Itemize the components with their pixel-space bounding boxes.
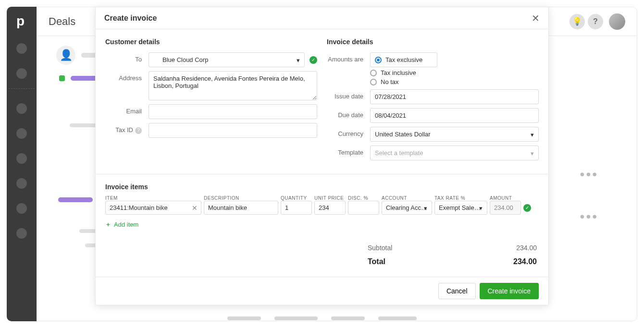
email-input[interactable] [149, 104, 317, 119]
sidebar-nav-item[interactable] [16, 178, 27, 189]
chevron-down-icon: ▾ [531, 131, 534, 138]
clear-item-icon[interactable]: ✕ [192, 204, 198, 212]
bulb-icon[interactable]: 💡 [570, 14, 585, 29]
due-date-input[interactable] [370, 108, 539, 123]
amounts-are-label: Amounts are [327, 52, 370, 63]
account-select[interactable]: Clearing Acc…▾ [382, 201, 432, 215]
cancel-button[interactable]: Cancel [438, 283, 476, 299]
invoice-items-title: Invoice items [105, 183, 539, 191]
bottom-nav-skeleton [227, 316, 417, 320]
address-label: Address [105, 71, 149, 82]
template-select[interactable]: Select a template ▾ [370, 146, 539, 160]
total-label: Total [368, 257, 385, 266]
customer-section-title: Customer details [105, 38, 317, 46]
email-label: Email [105, 104, 149, 115]
issue-date-label: Issue date [327, 89, 370, 100]
currency-select[interactable]: United States Dollar ▾ [370, 127, 539, 142]
create-invoice-modal: Create invoice ✕ Customer details To 🏢 B… [95, 7, 549, 305]
check-icon: ✓ [310, 56, 317, 64]
add-item-button[interactable]: ＋ Add item [105, 220, 138, 229]
status-dot [59, 75, 65, 81]
th-amount: AMOUNT [490, 195, 521, 201]
invoice-section-title: Invoice details [327, 38, 539, 46]
taxid-input[interactable] [149, 123, 317, 138]
th-account: ACCOUNT [382, 195, 432, 201]
sidebar-nav-item[interactable] [16, 68, 27, 79]
th-tax-rate: TAX RATE % [434, 195, 487, 201]
sidebar-nav-item[interactable] [16, 43, 27, 54]
th-disc: DISC. % [348, 195, 379, 201]
divider [9, 88, 35, 89]
total-value: 234.00 [513, 257, 537, 266]
taxid-label: Tax ID? [105, 123, 149, 134]
create-invoice-button[interactable]: Create invoice [480, 283, 539, 299]
sidebar-nav-item[interactable] [16, 128, 27, 139]
th-quantity: QUANTITY [281, 195, 312, 201]
plus-icon: ＋ [105, 220, 111, 229]
currency-label: Currency [327, 127, 370, 137]
page-title: Deals [49, 15, 75, 28]
subtotal-value: 234.00 [516, 244, 537, 252]
sidebar-nav-item[interactable] [16, 153, 27, 164]
amount-display [490, 201, 521, 215]
th-description: DESCRIPTION [204, 195, 278, 201]
th-unit-price: UNIT PRICE [314, 195, 346, 201]
unit-price-input[interactable] [314, 201, 346, 215]
item-input[interactable] [105, 201, 201, 215]
due-date-label: Due date [327, 108, 370, 119]
chevron-down-icon: ▾ [479, 204, 483, 211]
sidebar: p [7, 7, 37, 321]
logo-icon: p [13, 13, 30, 29]
chevron-down-icon: ▾ [531, 149, 534, 157]
skeleton [58, 197, 93, 202]
avatar[interactable] [609, 13, 625, 30]
subtotal-label: Subtotal [368, 244, 392, 252]
chevron-down-icon: ▾ [424, 204, 427, 211]
row-check-icon: ✓ [523, 204, 531, 212]
template-label: Template [327, 146, 370, 156]
more-menu-icon[interactable]: ••• [580, 167, 598, 182]
tax-rate-select[interactable]: Exempt Sale…▾ [434, 201, 487, 215]
th-item: ITEM [105, 195, 201, 201]
quantity-input[interactable] [281, 201, 312, 215]
more-menu-icon[interactable]: ••• [580, 209, 598, 224]
issue-date-input[interactable] [370, 89, 539, 104]
person-icon: 👤 [56, 46, 75, 65]
sidebar-nav-item[interactable] [16, 228, 27, 239]
radio-tax-inclusive[interactable]: Tax inclusive [370, 69, 437, 76]
sidebar-nav-item[interactable] [16, 203, 27, 214]
radio-no-tax[interactable]: No tax [370, 78, 437, 85]
address-textarea[interactable]: Saldanha Residence, Avenida Fontes Perei… [149, 71, 317, 100]
discount-input[interactable] [348, 201, 379, 215]
to-select[interactable]: Blue Cloud Corp ▾ [149, 52, 305, 67]
modal-title: Create invoice [104, 14, 157, 23]
description-input[interactable] [204, 201, 278, 215]
chevron-down-icon: ▾ [297, 56, 300, 63]
help-tooltip-icon[interactable]: ? [135, 127, 142, 134]
help-icon[interactable]: ? [588, 14, 603, 29]
sidebar-nav-item[interactable] [16, 103, 27, 114]
item-row: ✕ Clearing Acc…▾ Exempt Sale…▾ ✓ [105, 201, 539, 215]
to-label: To [105, 52, 149, 63]
radio-tax-exclusive[interactable]: Tax exclusive [370, 52, 437, 67]
close-icon[interactable]: ✕ [532, 13, 540, 23]
